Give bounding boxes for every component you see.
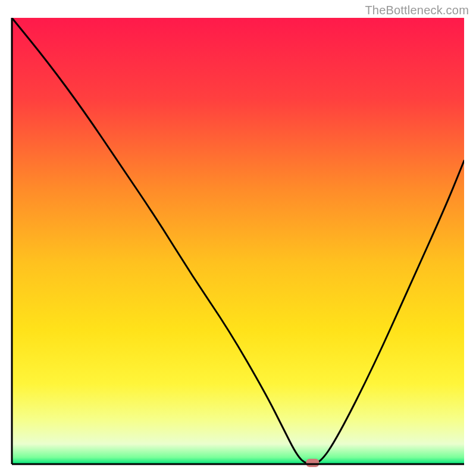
chart-canvas (0, 0, 476, 476)
attribution-watermark: TheBottleneck.com (365, 4, 469, 17)
optimal-point-marker (306, 459, 319, 467)
plot-background-gradient (12, 18, 464, 464)
bottleneck-chart: TheBottleneck.com (0, 0, 476, 476)
